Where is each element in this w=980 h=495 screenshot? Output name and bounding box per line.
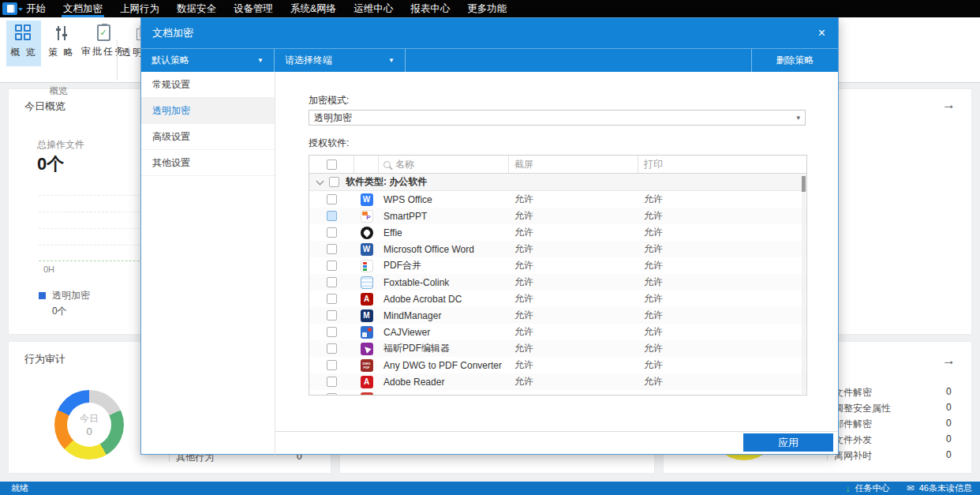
- row-checkbox[interactable]: [327, 310, 337, 321]
- list-item-value: 0: [946, 418, 952, 429]
- arrow-right-icon[interactable]: →: [942, 353, 956, 369]
- list-item-value: 0: [946, 402, 952, 413]
- menu-item-device-mgmt[interactable]: 设备管理: [225, 0, 282, 17]
- table-scrollbar[interactable]: [802, 174, 806, 394]
- app-window: 开始 文档加密 上网行为 数据安全 设备管理 系统&网络 运维中心 报表中心 更…: [0, 0, 980, 495]
- arrow-right-icon[interactable]: →: [942, 97, 956, 113]
- menu-item-data-security[interactable]: 数据安全: [168, 0, 225, 17]
- dialog-titlebar: 文档加密 ×: [141, 18, 838, 48]
- menu-item-doc-encrypt[interactable]: 文档加密: [54, 0, 111, 17]
- app-menu-button[interactable]: [2, 2, 17, 15]
- settings-content: 加密模式: 透明加密 ▾ 授权软件: 名称 截屏 打印: [275, 72, 838, 455]
- smartppt-icon: [361, 210, 373, 223]
- row-checkbox[interactable]: [327, 294, 337, 304]
- table-row[interactable]: CAJViewer 允许 允许: [309, 324, 806, 340]
- app-logo-icon: [7, 5, 13, 13]
- ribbon-overview-button[interactable]: 概 览: [6, 21, 41, 66]
- legend-swatch: [39, 292, 46, 299]
- policy-dropdown[interactable]: 默认策略 ▼: [141, 49, 275, 72]
- authorized-software-table: 名称 截屏 打印 软件类型: 办公软件 WPS Office: [309, 155, 807, 396]
- terminal-dropdown[interactable]: 请选择终端 ▼: [275, 49, 406, 72]
- doc-encrypt-dialog: 文档加密 × 默认策略 ▼ 请选择终端 ▼ 删除策略 常规设置 透明加密 高级设…: [140, 17, 839, 455]
- row-checkbox[interactable]: [327, 244, 337, 254]
- table-row[interactable]: 福昕PDF编辑器 允许 允许: [309, 340, 806, 357]
- adobe-reader-icon: [361, 376, 373, 388]
- menu-item-system-network[interactable]: 系统&网络: [282, 0, 345, 17]
- sliders-icon: [54, 24, 69, 42]
- grid-icon: [15, 24, 32, 42]
- list-item: 邮件解密: [834, 418, 872, 431]
- stat-value: 0个: [37, 152, 64, 176]
- partially-visible-row[interactable]: [309, 390, 806, 396]
- group-checkbox[interactable]: [329, 177, 339, 187]
- row-checkbox[interactable]: [327, 211, 337, 221]
- row-checkbox[interactable]: [327, 393, 337, 396]
- task-center-link[interactable]: 任务中心: [855, 482, 890, 494]
- search-icon[interactable]: [383, 161, 391, 168]
- menu-item-start[interactable]: 开始: [17, 0, 54, 17]
- column-header-print: 打印: [638, 156, 806, 173]
- cajviewer-icon: [361, 326, 373, 339]
- pdf-merge-icon: [361, 260, 373, 272]
- row-checkbox[interactable]: [327, 277, 337, 287]
- mode-label: 加密模式:: [309, 94, 349, 107]
- apply-button[interactable]: 应用: [743, 433, 833, 452]
- encrypt-mode-select[interactable]: 透明加密 ▾: [309, 110, 806, 126]
- select-caret-icon: ▾: [796, 114, 800, 122]
- table-row[interactable]: SmartPPT 允许 允许: [309, 208, 806, 224]
- table-row[interactable]: Microsoft Office Word 允许 允许: [309, 241, 806, 257]
- chevron-expand-icon[interactable]: [316, 177, 324, 185]
- table-row[interactable]: PDF合并 允许 允许: [309, 257, 806, 274]
- table-row[interactable]: Foxtable-Colink 允许 允许: [309, 274, 806, 291]
- column-header-screenshot: 截屏: [509, 156, 638, 173]
- table-row[interactable]: WPS Office 允许 允许: [309, 191, 806, 208]
- row-checkbox[interactable]: [327, 194, 337, 204]
- row-checkbox[interactable]: [327, 327, 337, 337]
- download-arrow-icon: ↓: [846, 483, 851, 494]
- table-row[interactable]: Any DWG to PDF Converter 允许 允许: [309, 357, 806, 373]
- behavior-audit-donut-chart: 今日 0: [54, 390, 124, 459]
- table-row[interactable]: MindManager 允许 允许: [309, 307, 806, 324]
- row-checkbox[interactable]: [327, 360, 337, 370]
- row-checkbox[interactable]: [327, 227, 337, 238]
- ribbon-separator: [117, 39, 118, 81]
- table-header: 名称 截屏 打印: [309, 156, 806, 174]
- chevron-down-icon: ▼: [257, 57, 264, 64]
- nav-item-transparent-encrypt[interactable]: 透明加密: [141, 98, 275, 124]
- x-axis-label: 0H: [43, 264, 54, 274]
- row-checkbox[interactable]: [327, 343, 337, 354]
- row-checkbox[interactable]: [327, 261, 337, 271]
- panel-title: 今日概览: [24, 99, 65, 114]
- menu-item-internet-behavior[interactable]: 上网行为: [111, 0, 168, 17]
- settings-nav: 常规设置 透明加密 高级设置 其他设置: [141, 72, 275, 455]
- footer-divider: [275, 431, 838, 432]
- list-item: 文件解密: [834, 386, 872, 399]
- dwg-converter-icon: [361, 359, 373, 372]
- menu-item-report-center[interactable]: 报表中心: [402, 0, 458, 17]
- nav-item-advanced[interactable]: 高级设置: [141, 124, 275, 150]
- table-row[interactable]: Adobe Acrobat DC 允许 允许: [309, 291, 806, 307]
- close-icon[interactable]: ×: [818, 27, 825, 39]
- nav-item-general[interactable]: 常规设置: [141, 72, 275, 98]
- menu-item-ops-center[interactable]: 运维中心: [345, 0, 402, 17]
- wps-office-icon: [361, 193, 373, 206]
- word-icon: [361, 243, 373, 256]
- menu-item-more[interactable]: 更多功能: [458, 0, 515, 17]
- legend-label: 透明加密: [52, 289, 90, 302]
- list-item: 调整安全属性: [834, 402, 891, 415]
- nav-item-other[interactable]: 其他设置: [141, 150, 275, 176]
- ribbon-policy-button[interactable]: 策 略: [44, 21, 79, 66]
- table-row[interactable]: Effie 允许 允许: [309, 224, 806, 241]
- row-checkbox[interactable]: [327, 377, 337, 387]
- toolbar-spacer: [406, 49, 751, 72]
- select-all-checkbox[interactable]: [327, 159, 337, 170]
- chevron-down-icon: ▼: [388, 57, 395, 64]
- table-row[interactable]: Adobe Reader 允许 允许: [309, 373, 806, 390]
- status-text: 就绪: [11, 482, 28, 494]
- scrollbar-thumb[interactable]: [802, 176, 806, 192]
- unread-messages-link[interactable]: 46条未读信息: [919, 482, 972, 494]
- clipped-app-icon: [361, 392, 373, 396]
- statusbar: 就绪 ↓ 任务中心 ✉ 46条未读信息: [0, 482, 980, 495]
- software-group-row[interactable]: 软件类型: 办公软件: [309, 174, 806, 191]
- delete-policy-button[interactable]: 删除策略: [751, 49, 838, 72]
